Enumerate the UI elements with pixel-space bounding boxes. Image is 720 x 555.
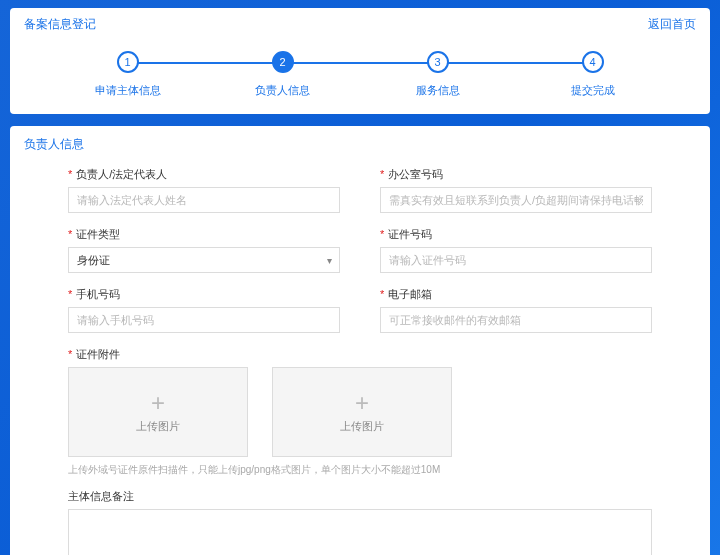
upload-text: 上传图片 (136, 419, 180, 434)
upload-box-2[interactable]: + 上传图片 (272, 367, 452, 457)
doc-no-label: *证件号码 (380, 227, 652, 242)
doc-attach-label: *证件附件 (68, 347, 652, 362)
doc-no-input[interactable] (380, 247, 652, 273)
email-input[interactable] (380, 307, 652, 333)
step-line (128, 62, 283, 64)
step-2: 2 负责人信息 (205, 51, 360, 98)
office-phone-input[interactable] (380, 187, 652, 213)
back-home-link[interactable]: 返回首页 (648, 16, 696, 33)
plus-icon: + (151, 391, 165, 415)
mobile-label: *手机号码 (68, 287, 340, 302)
header-bar: 备案信息登记 返回首页 (10, 8, 710, 33)
remark-label: 主体信息备注 (68, 489, 652, 504)
step-4: 4 提交完成 (515, 51, 670, 98)
stepper: 1 申请主体信息 2 负责人信息 3 服务信息 4 提交完成 (50, 51, 670, 98)
step-1-circle: 1 (117, 51, 139, 73)
step-1: 1 申请主体信息 (50, 51, 205, 98)
doc-type-label: *证件类型 (68, 227, 340, 242)
step-3: 3 服务信息 (360, 51, 515, 98)
step-1-label: 申请主体信息 (95, 83, 161, 98)
step-line (438, 62, 593, 64)
section-title: 负责人信息 (24, 136, 696, 153)
plus-icon: + (355, 391, 369, 415)
office-phone-label: *办公室号码 (380, 167, 652, 182)
step-3-circle: 3 (427, 51, 449, 73)
upload-hint: 上传外域号证件原件扫描件，只能上传jpg/png格式图片，单个图片大小不能超过1… (68, 463, 652, 477)
step-line (283, 62, 438, 64)
upload-text: 上传图片 (340, 419, 384, 434)
name-label: *负责人/法定代表人 (68, 167, 340, 182)
step-2-label: 负责人信息 (255, 83, 310, 98)
step-4-circle: 4 (582, 51, 604, 73)
upload-box-1[interactable]: + 上传图片 (68, 367, 248, 457)
step-4-label: 提交完成 (571, 83, 615, 98)
mobile-input[interactable] (68, 307, 340, 333)
email-label: *电子邮箱 (380, 287, 652, 302)
remark-textarea[interactable] (68, 509, 652, 555)
name-input[interactable] (68, 187, 340, 213)
page-title: 备案信息登记 (24, 16, 96, 33)
stepper-card: 1 申请主体信息 2 负责人信息 3 服务信息 4 提交完成 (10, 33, 710, 114)
step-3-label: 服务信息 (416, 83, 460, 98)
doc-type-select[interactable] (68, 247, 340, 273)
form-card: 负责人信息 *负责人/法定代表人 *办公室号码 *证件类型 ▾ (10, 126, 710, 555)
step-2-circle: 2 (272, 51, 294, 73)
